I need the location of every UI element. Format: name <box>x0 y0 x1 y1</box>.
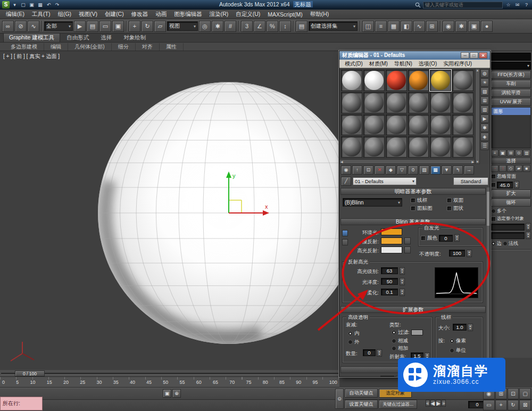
set-key-button[interactable]: 设置关键点 <box>345 400 378 409</box>
video-color-check-icon[interactable]: ▥ <box>480 105 489 114</box>
color-checkbox[interactable] <box>421 236 426 241</box>
orbit-icon[interactable]: ↻ <box>508 400 519 411</box>
material-editor-icon[interactable]: ◉ <box>443 21 454 32</box>
ribbon-panel[interactable]: 对齐 <box>136 43 160 51</box>
vertex-subobject-icon[interactable]: ∙ <box>491 165 498 172</box>
opacity-field[interactable]: 100 <box>449 250 465 257</box>
material-sample-slot[interactable] <box>430 70 451 91</box>
pan-view-icon[interactable]: + <box>495 400 507 411</box>
soften-field[interactable]: 0.1 <box>381 289 398 295</box>
material-sample-slot[interactable] <box>452 136 473 158</box>
type-subtract-radio[interactable] <box>392 339 396 343</box>
ribbon-panel[interactable]: 几何体(全部) <box>68 43 112 51</box>
dim-level-field[interactable]: 0.0 <box>380 376 394 377</box>
modifier-set-button[interactable]: UVW 展开 <box>491 98 531 106</box>
pin-stack-icon[interactable]: ≡ <box>491 150 498 157</box>
element-subobject-icon[interactable]: ■ <box>523 165 530 172</box>
material-sample-slot[interactable] <box>363 136 385 158</box>
checkbox[interactable] <box>447 198 452 203</box>
close-button[interactable]: ✕ <box>479 52 487 59</box>
sample-uv-tiling-icon[interactable]: ⊞ <box>480 96 489 105</box>
diffuse-color-swatch[interactable] <box>381 237 402 244</box>
options-icon[interactable]: ✱ <box>480 124 489 132</box>
go-forward-icon[interactable]: → <box>464 166 474 175</box>
angle-field[interactable]: 45.0 <box>497 182 513 188</box>
maxscript-mini-listener[interactable]: 所在行: <box>0 397 43 410</box>
rendered-frame-window-icon[interactable]: ▣ <box>468 21 480 32</box>
previous-frame-icon[interactable]: ◀ <box>430 400 436 407</box>
play-animation-icon[interactable]: ▶ <box>436 400 441 407</box>
filter-color-swatch[interactable] <box>411 330 423 335</box>
material-name-dropdown[interactable]: 01 - Defaults▾ <box>353 177 417 185</box>
sample-type-icon[interactable]: ◍ <box>480 69 489 78</box>
type-filter-radio[interactable] <box>392 330 396 335</box>
set-keys-icon[interactable]: ⊙ <box>335 389 344 409</box>
whole-object-checkbox[interactable] <box>491 217 496 221</box>
material-sample-slot[interactable] <box>386 114 407 136</box>
save-file-icon[interactable]: ▦ <box>37 2 44 9</box>
opacity-spinner[interactable] <box>467 250 472 257</box>
shader-type-dropdown[interactable]: (B)Blinn▾ <box>343 198 402 207</box>
material-editor-menu-item[interactable]: 导航(N) <box>391 60 415 68</box>
select-and-rotate-icon[interactable]: ↻ <box>142 21 153 32</box>
modifier-stack[interactable]: 圆形 <box>491 107 531 149</box>
selection-rollout-header[interactable]: 选择 <box>491 158 531 164</box>
diffuse-specular-lock-icon[interactable] <box>342 239 348 245</box>
material-type-button[interactable]: Standard <box>453 177 488 185</box>
menu-item[interactable]: 图形编辑器 <box>170 10 206 19</box>
select-by-name-icon[interactable]: ▤ <box>87 21 98 32</box>
ribbon-panel[interactable]: 多边形建模 <box>4 43 44 51</box>
app-logo-icon[interactable]: S <box>2 1 10 9</box>
specular-map-button[interactable] <box>404 246 411 253</box>
scroll-down-icon[interactable]: ▼ <box>476 160 479 163</box>
material-sample-slot[interactable] <box>430 92 451 113</box>
material-sample-slot[interactable] <box>386 92 407 113</box>
edge-subobject-icon[interactable]: ∶ <box>499 165 506 172</box>
angle-spinner[interactable] <box>514 181 519 188</box>
selection-region-icon[interactable]: ▭ <box>99 21 111 32</box>
named-selection-sets-icon[interactable]: ▤ <box>296 21 307 32</box>
make-unique-icon[interactable]: ⊞ <box>507 150 514 157</box>
shader-flag[interactable]: 面贴图 <box>411 205 445 212</box>
loop-button[interactable]: 循环 <box>491 199 531 207</box>
material-sample-slot[interactable] <box>386 70 407 91</box>
grow-button[interactable]: 扩大 <box>491 190 531 198</box>
falloff-out-radio[interactable] <box>348 340 353 344</box>
menu-item[interactable]: 组(G) <box>54 10 75 19</box>
material-sample-slot[interactable] <box>430 114 451 136</box>
assign-material-to-selection-icon[interactable]: ⊡ <box>363 166 373 175</box>
ribbon-toggle-icon[interactable]: ◧ <box>401 21 412 32</box>
bind-to-space-warp-icon[interactable]: ∿ <box>28 21 39 32</box>
select-and-link-icon[interactable]: ∞ <box>2 21 14 32</box>
material-editor-menu-item[interactable]: 选项(O) <box>415 60 440 68</box>
search-input[interactable] <box>423 2 503 9</box>
time-slider[interactable]: 0 / 100 <box>0 370 339 377</box>
select-and-move-icon[interactable]: + <box>129 21 140 32</box>
background-icon[interactable]: ▨ <box>480 87 489 96</box>
maximize-viewport-toggle-icon[interactable]: ⊠ <box>519 400 531 411</box>
value-field[interactable] <box>491 232 525 239</box>
value-spinner[interactable] <box>526 232 531 239</box>
align-icon[interactable]: ≡ <box>375 21 387 32</box>
normal-radio[interactable] <box>503 241 508 246</box>
key-filters-button[interactable]: 关键点过滤器... <box>379 400 417 409</box>
keyboard-override-icon[interactable]: # <box>225 21 236 32</box>
configure-modifier-sets-icon[interactable]: ▥ <box>523 150 530 157</box>
value-field[interactable] <box>491 224 525 231</box>
material-sample-slot[interactable] <box>408 70 429 91</box>
ambient-diffuse-lock-icon[interactable] <box>342 230 348 236</box>
go-to-end-icon[interactable]: » <box>442 400 446 407</box>
minimize-button[interactable]: ─ <box>461 52 469 59</box>
select-and-manipulate-icon[interactable]: ✱ <box>212 21 223 32</box>
shader-flag[interactable]: 双面 <box>447 197 481 204</box>
by-angle-checkbox[interactable] <box>491 183 496 187</box>
redo-icon[interactable]: ↷ <box>54 2 61 9</box>
selection-filter-dropdown[interactable]: 全部▾ <box>44 21 73 31</box>
unlink-selection-icon[interactable]: ⊘ <box>15 21 27 32</box>
render-production-icon[interactable]: ● <box>481 21 493 32</box>
ribbon-tab[interactable]: 自由形式 <box>61 34 94 42</box>
menu-item[interactable]: 自定义(U) <box>232 10 264 19</box>
select-and-scale-icon[interactable]: ▱ <box>154 21 166 32</box>
specular-color-swatch[interactable] <box>381 246 402 253</box>
spinner-snap-icon[interactable]: ↕ <box>279 21 291 32</box>
